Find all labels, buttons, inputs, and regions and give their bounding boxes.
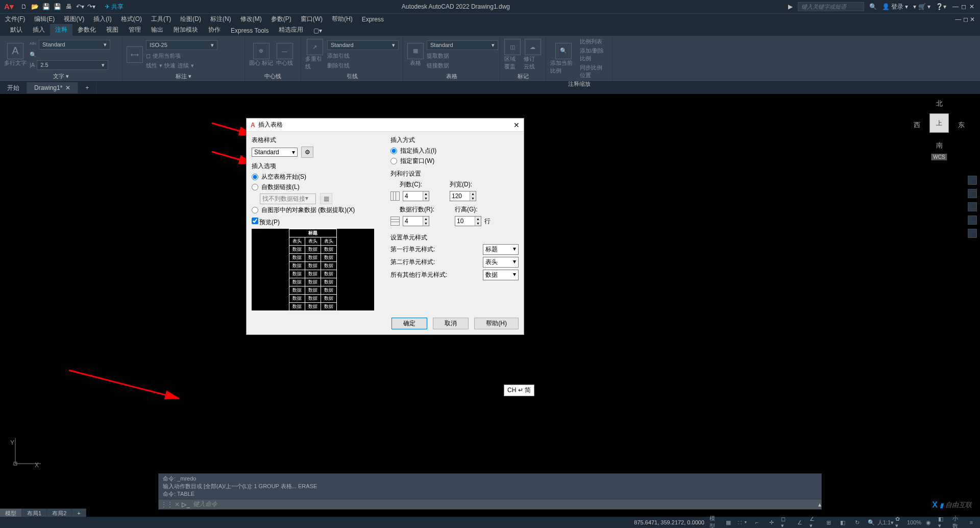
- columns-spinner[interactable]: ▲▼: [403, 191, 429, 201]
- menu-help[interactable]: 帮助(H): [332, 15, 353, 23]
- isoplane-icon[interactable]: ◧ ▾: [938, 518, 947, 527]
- new-layout-button[interactable]: +: [72, 509, 86, 517]
- menu-insert[interactable]: 插入(I): [93, 15, 111, 23]
- workspace-icon[interactable]: ✿ ▾: [895, 518, 904, 527]
- table-button[interactable]: ▦表格: [407, 43, 424, 67]
- nav-orbit-icon[interactable]: [968, 215, 977, 225]
- dim-style-dropdown[interactable]: ISO-25▾: [146, 40, 217, 50]
- dialog-close-icon[interactable]: ✕: [513, 121, 520, 129]
- ribbon-tab-default[interactable]: 默认: [5, 24, 28, 36]
- help-search-input[interactable]: [798, 2, 864, 11]
- transparency-icon[interactable]: ◧: [838, 518, 847, 527]
- cycling-icon[interactable]: ↻: [852, 518, 862, 527]
- close-tab-icon[interactable]: ✕: [65, 84, 70, 91]
- apps-icon[interactable]: ▾ 🛒 ▾: [913, 3, 930, 10]
- save-icon[interactable]: 💾: [42, 3, 51, 11]
- row1-combo[interactable]: 标题▾: [483, 244, 519, 255]
- mleader-button[interactable]: ↗多重引线: [305, 39, 324, 70]
- rows-spinner[interactable]: ▲▼: [403, 216, 429, 226]
- hardware-icon[interactable]: ◉: [924, 518, 933, 527]
- table-style-dropdown[interactable]: Standard▾: [427, 40, 498, 50]
- colwidth-spinner[interactable]: ▲▼: [450, 191, 476, 201]
- ribbon-tab-insert[interactable]: 插入: [28, 24, 50, 36]
- centerline-button[interactable]: —中心线: [276, 43, 293, 67]
- menu-edit[interactable]: 编辑(E): [34, 15, 55, 23]
- menu-draw[interactable]: 绘图(D): [180, 15, 201, 23]
- menu-file[interactable]: 文件(F): [5, 15, 25, 23]
- menu-dimension[interactable]: 标注(N): [210, 15, 231, 23]
- radio-extract[interactable]: [252, 207, 258, 213]
- help-icon[interactable]: ❔▾: [936, 3, 946, 10]
- ok-button[interactable]: 确定: [391, 318, 427, 329]
- annomonitor-icon[interactable]: 🔍: [867, 518, 876, 527]
- units-button[interactable]: 小数: [952, 518, 962, 527]
- revcloud-button[interactable]: ☁修订 云线: [524, 39, 542, 70]
- dialog-title-bar[interactable]: A 插入表格 ✕: [247, 118, 524, 132]
- menu-tools[interactable]: 工具(T): [151, 15, 171, 23]
- annoscale-icon[interactable]: 人 1:1 ▾: [881, 518, 890, 527]
- group-title-text[interactable]: 文字 ▾: [4, 71, 118, 80]
- grid-icon[interactable]: ▦: [724, 518, 733, 527]
- new-icon[interactable]: 🗋: [20, 3, 28, 11]
- lineweight-icon[interactable]: ⊞: [824, 518, 833, 527]
- wipeout-button[interactable]: ◫区域覆盖: [504, 39, 521, 70]
- polar-icon[interactable]: ✛: [767, 518, 776, 527]
- nav-showmotion-icon[interactable]: [968, 229, 977, 238]
- window-buttons[interactable]: —◻✕: [951, 3, 976, 10]
- radio-insert-window[interactable]: [390, 158, 397, 164]
- 3dosnap-icon[interactable]: ∠: [795, 518, 804, 527]
- new-tab-button[interactable]: +: [78, 82, 96, 93]
- doc-tab-drawing1[interactable]: Drawing1*✕: [27, 82, 78, 93]
- group-title-dim[interactable]: 标注 ▾: [127, 71, 240, 80]
- cancel-button[interactable]: 取消: [433, 318, 469, 329]
- menu-view[interactable]: 视图(V): [64, 15, 84, 23]
- leader-style-dropdown[interactable]: Standard▾: [327, 40, 399, 50]
- viewcube-top[interactable]: 上: [929, 113, 949, 133]
- customize-icon[interactable]: ≡: [967, 518, 976, 527]
- text-style-dropdown[interactable]: Standard▾: [39, 40, 110, 50]
- scale-list[interactable]: 比例列表: [580, 38, 608, 45]
- rowheight-spinner[interactable]: ▲▼: [455, 216, 481, 226]
- redo-icon[interactable]: ↷▾: [87, 3, 95, 11]
- menu-window[interactable]: 窗口(W): [301, 15, 323, 23]
- nav-zoom-icon[interactable]: [968, 202, 977, 211]
- osnap-icon[interactable]: ◻ ▾: [781, 518, 790, 527]
- radio-empty-table[interactable]: [252, 174, 258, 180]
- menu-format[interactable]: 格式(O): [121, 15, 142, 23]
- nav-wheel-icon[interactable]: [968, 176, 977, 185]
- text-height-dropdown[interactable]: 2.5▾: [37, 60, 108, 70]
- view-cube[interactable]: 北 南 西 东 上 WCS: [914, 99, 965, 160]
- addscale-button[interactable]: 🔍添加当前比例: [550, 43, 577, 75]
- radio-datalink[interactable]: [252, 184, 258, 190]
- login-button[interactable]: 👤 登录 ▾: [882, 3, 909, 11]
- radio-insert-point[interactable]: [390, 148, 397, 154]
- undo-icon[interactable]: ↶▾: [76, 3, 84, 11]
- ortho-icon[interactable]: ⌐: [752, 518, 762, 527]
- cmd-drag-handle[interactable]: ⋮⋮ ✕: [159, 501, 182, 508]
- centermark-button[interactable]: ⊕圆心 标记: [249, 43, 273, 67]
- ribbon-tab-view[interactable]: 视图: [101, 24, 124, 36]
- ribbon-tab-output[interactable]: 输出: [146, 24, 168, 36]
- menu-parametric[interactable]: 参数(P): [271, 15, 291, 23]
- ribbon-tab-addins[interactable]: 附加模块: [168, 24, 203, 36]
- menu-modify[interactable]: 修改(M): [240, 15, 262, 23]
- search-icon[interactable]: 🔍: [869, 3, 877, 10]
- doc-tab-start[interactable]: 开始: [0, 82, 27, 94]
- menu-express[interactable]: Express: [362, 16, 384, 23]
- open-icon[interactable]: 📂: [31, 3, 39, 11]
- mtext-button[interactable]: A多行文字: [4, 43, 27, 67]
- table-style-settings-button[interactable]: ⚙: [301, 147, 313, 158]
- plot-icon[interactable]: 🖶: [65, 3, 73, 11]
- cmd-dropdown-icon[interactable]: ▴: [818, 501, 821, 508]
- table-style-combo[interactable]: Standard▾: [252, 148, 298, 157]
- model-button[interactable]: 模型: [709, 518, 719, 527]
- command-input[interactable]: 键入命令: [190, 500, 818, 509]
- ribbon-tab-extra[interactable]: ▢▾: [308, 26, 327, 36]
- preview-checkbox[interactable]: [252, 218, 258, 224]
- snap-icon[interactable]: ⸬ ▾: [738, 518, 747, 527]
- saveas-icon[interactable]: 💾: [54, 3, 62, 11]
- dimension-button[interactable]: ⟷: [127, 46, 143, 63]
- ribbon-tab-express[interactable]: Express Tools: [226, 26, 274, 36]
- scale-adddel[interactable]: 添加/删除比例: [580, 47, 608, 62]
- row2-combo[interactable]: 表头▾: [483, 257, 519, 268]
